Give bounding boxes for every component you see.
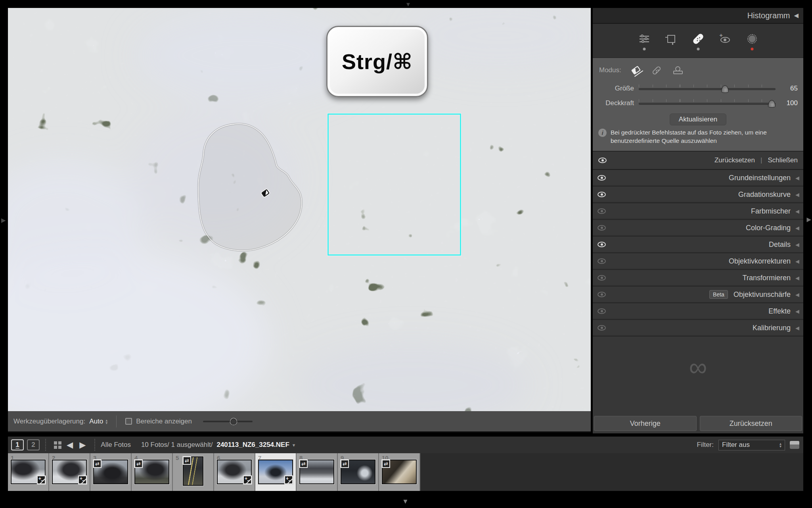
section-label: Details: [769, 241, 791, 249]
crop-tool-button[interactable]: [665, 33, 677, 45]
thumbnail-3[interactable]: ⇄: [93, 460, 128, 484]
section-objektivunschaerfe[interactable]: Beta Objektivunschärfe ◀: [593, 287, 803, 303]
reset-button[interactable]: Zurücksetzen: [700, 416, 802, 431]
eye-icon[interactable]: [598, 308, 606, 314]
eye-icon[interactable]: [598, 275, 606, 281]
toolbar-slider-thumb[interactable]: [230, 418, 237, 425]
bottom-panel-reveal-icon[interactable]: ▼: [402, 498, 409, 506]
eraser-cursor-icon: [260, 190, 271, 198]
filter-dropdown[interactable]: Filter aus ▴▾: [718, 440, 785, 450]
filename-caret-icon[interactable]: ▾: [293, 442, 295, 448]
thumbnail-6[interactable]: +−: [217, 460, 252, 484]
monitor-1-button[interactable]: 1: [11, 439, 24, 450]
filmstrip-cell-4[interactable]: 4 ⇄: [132, 453, 173, 491]
top-panel-reveal-icon[interactable]: ▼: [405, 1, 411, 8]
eye-icon[interactable]: [598, 192, 606, 197]
eye-icon[interactable]: [598, 325, 606, 331]
left-panel-reveal-icon[interactable]: ▶: [1, 217, 6, 224]
size-value[interactable]: 65: [776, 85, 798, 92]
filmstrip-cell-8[interactable]: 8 ⇄: [297, 453, 338, 491]
bandaid-icon: [692, 33, 704, 45]
expand-icon[interactable]: ◀: [795, 175, 799, 181]
eye-icon[interactable]: [598, 225, 606, 231]
tool-overlay-value[interactable]: Auto: [89, 418, 103, 425]
section-color-grading[interactable]: Color-Grading ◀: [593, 220, 803, 237]
masking-icon: [747, 34, 757, 44]
filmstrip-cell-9[interactable]: 9 ⇄: [338, 453, 379, 491]
section-objektivkorrekturen[interactable]: Objektivkorrekturen ◀: [593, 253, 803, 270]
thumbnail-1[interactable]: +−: [11, 460, 46, 484]
masking-tool-button[interactable]: [746, 33, 758, 45]
mode-clone-button[interactable]: [671, 65, 683, 75]
opacity-slider[interactable]: [639, 99, 776, 107]
section-label: Objektivkorrekturen: [729, 257, 791, 266]
filmstrip-cell-7-selected[interactable]: 7 +−: [255, 453, 297, 491]
filmstrip-cell-5[interactable]: 5 ⇄: [173, 453, 214, 491]
toolbar-slider[interactable]: [203, 421, 253, 422]
previous-button[interactable]: Vorherige: [594, 416, 697, 431]
thumbnail-8[interactable]: ⇄: [299, 460, 334, 484]
tool-overlay-stepper[interactable]: ▴ ▾: [105, 419, 107, 424]
thumbnail-10[interactable]: ⇄: [382, 460, 417, 484]
eye-icon[interactable]: [598, 292, 606, 297]
expand-icon[interactable]: ◀: [795, 325, 799, 331]
update-button[interactable]: Aktualisieren: [670, 114, 726, 125]
opacity-value[interactable]: 100: [776, 99, 798, 107]
clone-source-rectangle[interactable]: [327, 114, 461, 256]
expand-icon[interactable]: ◀: [795, 192, 799, 198]
clone-stamp-icon: [673, 66, 682, 74]
expand-icon[interactable]: ◀: [795, 242, 799, 248]
section-effekte[interactable]: Effekte ◀: [593, 303, 803, 320]
healing-tool-button[interactable]: [692, 33, 704, 45]
expand-icon[interactable]: ◀: [795, 275, 799, 281]
red-eye-tool-button[interactable]: +: [719, 33, 731, 45]
show-areas-checkbox[interactable]: [125, 418, 132, 425]
source-label[interactable]: Alle Fotos: [101, 441, 131, 449]
sync-badge-icon: ⇄: [382, 460, 390, 468]
monitor-2-button[interactable]: 2: [27, 439, 40, 450]
size-slider[interactable]: [639, 85, 776, 92]
expand-icon[interactable]: ◀: [795, 258, 799, 264]
develop-toolbar: Werkzeugüberlagerung: Auto ▴ ▾ Bereiche …: [8, 411, 591, 433]
size-slider-row: Größe 65: [598, 81, 798, 96]
thumbnail-5[interactable]: ⇄: [183, 456, 203, 486]
eye-icon[interactable]: [598, 208, 606, 214]
section-farbmischer[interactable]: Farbmischer ◀: [593, 203, 803, 220]
healing-visibility-eye-icon[interactable]: [598, 158, 607, 163]
thumbnail-4[interactable]: ⇄: [134, 460, 169, 484]
current-filename[interactable]: 240113_NZ6_3254.NEF: [216, 441, 289, 449]
thumbnail-7[interactable]: +−: [258, 460, 293, 484]
histogram-collapse-icon[interactable]: ◀: [794, 12, 799, 19]
section-kalibrierung[interactable]: Kalibrierung ◀: [593, 320, 803, 337]
section-gradationskurve[interactable]: Gradationskurve ◀: [593, 187, 803, 203]
expand-icon[interactable]: ◀: [795, 308, 799, 314]
expand-icon[interactable]: ◀: [795, 225, 799, 231]
eye-icon[interactable]: [598, 175, 606, 181]
section-transformieren[interactable]: Transformieren ◀: [593, 270, 803, 287]
healing-close-button[interactable]: Schließen: [768, 156, 798, 164]
section-details[interactable]: Details ◀: [593, 237, 803, 253]
eye-icon[interactable]: [598, 242, 606, 247]
filter-toggle-switch[interactable]: [790, 441, 799, 449]
grid-view-icon[interactable]: [54, 441, 57, 444]
edit-tool-button[interactable]: [638, 33, 650, 45]
eye-icon[interactable]: [598, 258, 606, 264]
filmstrip-cell-6[interactable]: 6 +−: [214, 453, 255, 491]
photo-canvas[interactable]: Strg/⌘: [8, 8, 591, 411]
thumbnail-2[interactable]: +−: [52, 460, 87, 484]
section-grundeinstellungen[interactable]: Grundeinstellungen ◀: [593, 170, 803, 187]
next-photo-arrow-icon[interactable]: ▶: [79, 440, 86, 450]
right-panel-reveal-icon[interactable]: ▶: [806, 216, 811, 223]
mode-erase-button[interactable]: [630, 65, 642, 75]
filmstrip-cell-1[interactable]: 1 +−: [8, 453, 49, 491]
filmstrip-cell-2[interactable]: 2 +−: [49, 453, 90, 491]
expand-icon[interactable]: ◀: [795, 292, 799, 298]
filmstrip-cell-10[interactable]: 10 ⇄: [379, 453, 420, 491]
healing-reset-button[interactable]: Zurücksetzen: [714, 156, 755, 164]
previous-photo-arrow-icon[interactable]: ◀: [67, 440, 73, 450]
mode-heal-button[interactable]: [651, 65, 663, 75]
expand-icon[interactable]: ◀: [795, 208, 799, 214]
thumbnail-9[interactable]: ⇄: [341, 460, 375, 484]
filmstrip-cell-3[interactable]: 3 ⇄: [90, 453, 132, 491]
histogram-header[interactable]: Histogramm ◀: [593, 8, 803, 24]
